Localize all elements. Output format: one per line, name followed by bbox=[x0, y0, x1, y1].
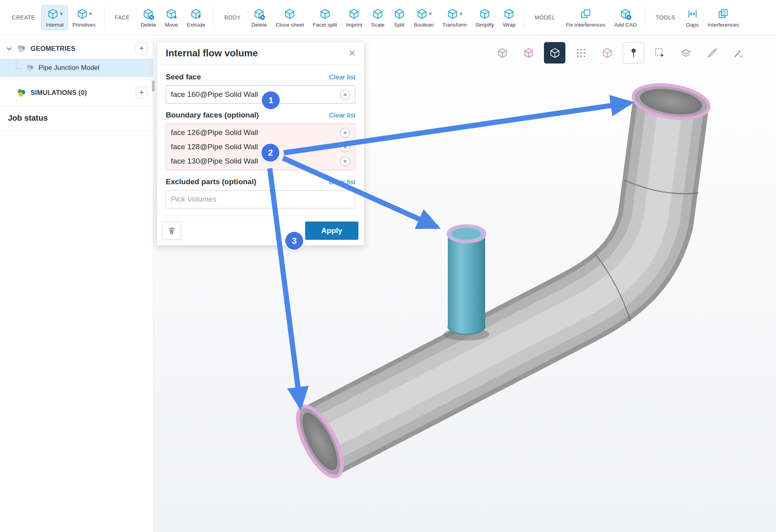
internal-cube-icon bbox=[47, 8, 59, 20]
excluded-parts-input[interactable] bbox=[166, 190, 355, 208]
boundary-face-value: face 126@Pipe Solid Wall bbox=[171, 128, 340, 137]
wireframe-view-button[interactable] bbox=[596, 42, 618, 64]
imprint-button[interactable]: Imprint bbox=[342, 5, 367, 30]
body-delete-button[interactable]: Delete bbox=[247, 5, 271, 30]
close-icon bbox=[343, 93, 347, 97]
box-select-button[interactable] bbox=[649, 42, 670, 64]
app-root: CREATE ▾ Internal ▾ Primitives FACE Dele… bbox=[0, 0, 776, 532]
simulations-label: SIMULATIONS (0) bbox=[31, 89, 135, 96]
internal-flow-volume-dialog: Internal flow volume × Seed face Clear l… bbox=[157, 42, 364, 246]
split-button[interactable]: Split bbox=[389, 5, 410, 30]
fix-interferences-label: Fix interferences bbox=[566, 22, 606, 28]
face-delete-button[interactable]: Delete bbox=[136, 5, 161, 30]
solid-view-button[interactable] bbox=[544, 42, 565, 64]
cube-wrap-icon bbox=[503, 8, 515, 20]
sidebar-divider bbox=[0, 131, 153, 131]
simulations-row[interactable]: SIMULATIONS (0) + bbox=[0, 82, 153, 103]
job-status-label: Job status bbox=[8, 114, 48, 122]
dots-grid-icon bbox=[575, 47, 587, 59]
chevron-down-icon[interactable]: ▾ bbox=[429, 11, 432, 16]
transform-button[interactable]: ▾ Transform bbox=[438, 5, 471, 30]
internal-button[interactable]: ▾ Internal bbox=[41, 5, 68, 30]
remove-boundary-face-button[interactable] bbox=[340, 142, 350, 152]
group-label-tools: TOOLS bbox=[656, 14, 675, 21]
dialog-footer: Apply bbox=[157, 216, 364, 245]
job-status-section[interactable]: Job status bbox=[0, 108, 153, 128]
remove-boundary-face-button[interactable] bbox=[340, 128, 350, 138]
chevron-down-icon[interactable]: ▾ bbox=[60, 11, 63, 16]
chevron-down-icon[interactable]: ▾ bbox=[89, 11, 92, 16]
close-sheet-button[interactable]: Close sheet bbox=[271, 5, 308, 30]
sidebar-item-pipe-junction-model[interactable]: Pipe Junction Model bbox=[0, 59, 153, 77]
body-delete-label: Delete bbox=[252, 22, 267, 28]
cube-split-icon bbox=[393, 8, 405, 20]
add-cad-button[interactable]: Add CAD bbox=[610, 5, 641, 30]
list-item[interactable]: face 126@Pipe Solid Wall bbox=[166, 125, 355, 140]
clear-seed-face-link[interactable]: Clear list bbox=[329, 73, 355, 81]
facet-split-button[interactable]: Facet split bbox=[308, 5, 342, 30]
remove-seed-face-button[interactable] bbox=[340, 90, 350, 100]
list-item[interactable]: face 128@Pipe Solid Wall bbox=[166, 140, 355, 154]
fix-interferences-icon bbox=[580, 8, 592, 20]
layers-button[interactable] bbox=[675, 42, 697, 64]
close-icon bbox=[343, 159, 347, 164]
clear-boundary-faces-link[interactable]: Clear list bbox=[329, 112, 355, 120]
boolean-button[interactable]: ▾ Boolean bbox=[410, 5, 438, 30]
primitives-button[interactable]: ▾ Primitives bbox=[68, 5, 100, 30]
seed-face-input[interactable]: face 160@Pipe Solid Wall bbox=[166, 85, 355, 104]
gaps-icon bbox=[687, 8, 699, 20]
simplify-button[interactable]: Simplify bbox=[471, 5, 498, 30]
ai-wand-button[interactable]: AI bbox=[728, 42, 749, 64]
view-transparent-cube-button[interactable] bbox=[492, 42, 513, 64]
interferences-icon bbox=[717, 8, 729, 20]
cube-transform-icon bbox=[447, 8, 459, 20]
pin-icon bbox=[627, 47, 640, 59]
remove-boundary-face-button[interactable] bbox=[340, 156, 350, 166]
fix-interferences-button[interactable]: Fix interferences bbox=[561, 5, 610, 30]
scale-label: Scale bbox=[371, 22, 385, 28]
blade-icon bbox=[706, 47, 718, 59]
face-extrude-button[interactable]: Extrude bbox=[182, 5, 210, 30]
face-move-button[interactable]: Move bbox=[161, 5, 182, 30]
gaps-button[interactable]: Gaps bbox=[682, 5, 703, 30]
trash-icon bbox=[167, 226, 176, 235]
boundary-faces-list: face 126@Pipe Solid Wall face 128@Pipe S… bbox=[166, 123, 355, 170]
section-cut-button[interactable] bbox=[701, 42, 723, 64]
add-geometry-button[interactable]: + bbox=[135, 42, 147, 54]
clear-excluded-parts-link[interactable]: Clear list bbox=[329, 178, 355, 186]
cube-move-icon bbox=[165, 8, 177, 20]
group-label-face: FACE bbox=[115, 14, 130, 21]
close-icon[interactable]: × bbox=[349, 48, 355, 59]
wrap-button[interactable]: Wrap bbox=[498, 5, 520, 30]
face-delete-label: Delete bbox=[141, 22, 156, 28]
split-label: Split bbox=[394, 22, 404, 28]
sidebar: GEOMETRIES + Pipe Junction Model SIMULAT… bbox=[0, 35, 153, 532]
probe-tool-button[interactable] bbox=[623, 42, 644, 64]
boundary-face-value: face 128@Pipe Solid Wall bbox=[171, 143, 340, 151]
face-extrude-label: Extrude bbox=[187, 22, 205, 28]
cube-simplify-icon bbox=[479, 8, 491, 20]
delete-operation-button[interactable] bbox=[163, 222, 181, 240]
vertices-view-button[interactable] bbox=[570, 42, 592, 64]
chevron-down-icon[interactable]: ▾ bbox=[460, 11, 463, 16]
top-toolbar: CREATE ▾ Internal ▾ Primitives FACE Dele… bbox=[0, 0, 776, 35]
apply-button[interactable]: Apply bbox=[305, 222, 358, 240]
list-item[interactable]: face 130@Pipe Solid Wall bbox=[166, 154, 355, 168]
sidebar-resize-handle[interactable] bbox=[152, 81, 155, 92]
add-simulation-button[interactable]: + bbox=[135, 87, 147, 98]
branch-cylinder[interactable] bbox=[443, 226, 490, 341]
group-label-create: CREATE bbox=[12, 14, 35, 21]
chevron-down-icon[interactable] bbox=[6, 45, 13, 52]
cube-imprint-icon bbox=[348, 8, 360, 20]
internal-label: Internal bbox=[46, 22, 64, 28]
geometries-label: GEOMETRIES bbox=[31, 45, 135, 52]
interferences-button[interactable]: Interferences bbox=[703, 5, 743, 30]
pink-outline-cube-icon bbox=[601, 47, 613, 59]
annotation-badge-1: 1 bbox=[262, 91, 280, 109]
interferences-label: Interferences bbox=[708, 22, 739, 28]
scale-button[interactable]: Scale bbox=[367, 5, 389, 30]
geometries-row[interactable]: GEOMETRIES + bbox=[0, 38, 153, 59]
face-move-label: Move bbox=[165, 22, 178, 28]
cube-close-sheet-icon bbox=[284, 8, 296, 20]
highlight-faces-button[interactable] bbox=[518, 42, 539, 64]
